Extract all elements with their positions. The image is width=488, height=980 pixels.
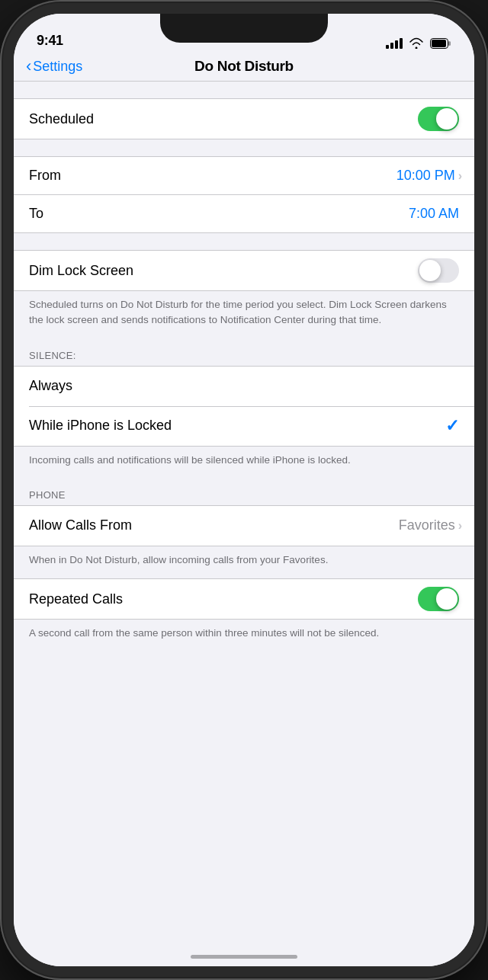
screen: 9:41 <box>14 14 474 966</box>
from-to-section: From 10:00 PM › To 7:00 AM <box>14 156 474 233</box>
signal-bars-icon <box>386 38 403 49</box>
silence-locked-label: While iPhone is Locked <box>29 418 172 434</box>
dim-toggle-knob <box>419 260 441 281</box>
dim-section: Dim Lock Screen Scheduled turns on Do No… <box>14 250 474 339</box>
scheduled-toggle[interactable] <box>418 107 459 131</box>
phone-frame: 9:41 <box>0 0 488 980</box>
allow-calls-label: Allow Calls From <box>29 517 132 533</box>
repeated-calls-label: Repeated Calls <box>29 591 123 607</box>
navigation-bar: ‹ Settings Do Not Disturb <box>14 55 474 82</box>
repeated-calls-toggle-knob <box>436 588 458 610</box>
silence-header: SILENCE: <box>14 339 474 366</box>
svg-rect-1 <box>448 41 451 46</box>
to-label: To <box>29 206 43 222</box>
allow-calls-row[interactable]: Allow Calls From Favorites › <box>14 506 474 546</box>
repeated-calls-toggle[interactable] <box>418 587 459 611</box>
dim-toggle[interactable] <box>418 258 459 283</box>
from-chevron-icon: › <box>458 169 462 183</box>
repeated-calls-section: Repeated Calls A second call from the sa… <box>14 578 474 652</box>
silence-footer: Incoming calls and notifications will be… <box>14 447 474 479</box>
repeated-calls-footer: A second call from the same person withi… <box>14 620 474 652</box>
dim-footer: Scheduled turns on Do Not Disturb for th… <box>14 291 474 339</box>
silence-always-label: Always <box>29 378 72 394</box>
settings-content: Scheduled From 10:00 PM › <box>14 82 474 936</box>
home-indicator <box>14 936 474 966</box>
phone-footer: When in Do Not Disturb, allow incoming c… <box>14 546 474 578</box>
scheduled-label: Scheduled <box>29 111 94 127</box>
back-chevron-icon: ‹ <box>26 58 31 75</box>
back-label: Settings <box>33 59 82 75</box>
allow-calls-value: Favorites <box>399 517 455 533</box>
repeated-calls-row: Repeated Calls <box>14 579 474 619</box>
checkmark-icon: ✓ <box>445 416 459 436</box>
dim-row: Dim Lock Screen <box>14 251 474 290</box>
allow-calls-chevron-icon: › <box>458 519 462 533</box>
to-value: 7:00 AM <box>409 206 459 222</box>
page-title: Do Not Disturb <box>194 58 294 75</box>
from-label: From <box>29 168 61 184</box>
phone-header: PHONE <box>14 479 474 505</box>
to-value-container: 7:00 AM <box>409 206 459 222</box>
from-value: 10:00 PM <box>396 168 455 184</box>
allow-calls-value-container: Favorites › <box>399 517 459 533</box>
wifi-icon <box>409 37 424 49</box>
svg-rect-2 <box>432 40 446 47</box>
battery-icon <box>430 38 451 49</box>
to-row[interactable]: To 7:00 AM <box>14 194 474 232</box>
from-row[interactable]: From 10:00 PM › <box>14 157 474 194</box>
scheduled-row: Scheduled <box>14 99 474 139</box>
silence-section: SILENCE: Always While iPhone is Locked ✓… <box>14 339 474 479</box>
notch <box>160 14 328 43</box>
silence-locked-row[interactable]: While iPhone is Locked ✓ <box>14 406 474 446</box>
status-time: 9:41 <box>37 33 63 49</box>
from-value-container: 10:00 PM › <box>396 168 459 184</box>
phone-section: PHONE Allow Calls From Favorites › When … <box>14 479 474 578</box>
toggle-knob <box>436 108 458 130</box>
scheduled-section: Scheduled <box>14 98 474 139</box>
status-icons <box>386 37 451 49</box>
silence-always-row[interactable]: Always <box>14 367 474 406</box>
back-button[interactable]: ‹ Settings <box>26 59 82 75</box>
dim-label: Dim Lock Screen <box>29 263 133 279</box>
home-bar <box>191 955 297 959</box>
